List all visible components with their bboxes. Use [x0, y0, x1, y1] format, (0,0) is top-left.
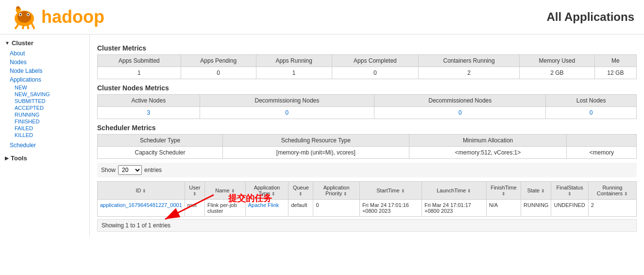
val-decommissioning-nodes: 0 [200, 107, 374, 119]
col-apps-completed: Apps Completed [332, 55, 419, 67]
sidebar-item-failed[interactable]: FAILED [15, 125, 85, 132]
sidebar-item-new-saving[interactable]: NEW_SAVING [15, 91, 85, 98]
col-active-nodes: Active Nodes [98, 95, 200, 107]
th-running-containers[interactable]: Running Containers ⇕ [588, 182, 636, 200]
cluster-metrics-title: Cluster Metrics [97, 44, 637, 52]
td-launch-time: Fri Mar 24 17:01:17 +0800 2023 [422, 200, 486, 217]
td-finish-time: N/A [486, 200, 521, 217]
val-lost-nodes: 0 [546, 107, 637, 119]
td-priority: 0 [313, 200, 359, 217]
col-apps-running: Apps Running [256, 55, 332, 67]
node-metrics-title: Cluster Nodes Metrics [97, 84, 637, 92]
logo: hadoop [10, 5, 104, 29]
td-final-status: UNDEFINED [551, 200, 588, 217]
sidebar-item-about[interactable]: About [5, 49, 85, 58]
applications-submenu: NEW NEW_SAVING SUBMITTED ACCEPTED RUNNIN… [5, 84, 85, 138]
cluster-section: ▼ Cluster About Nodes Node Labels Applic… [5, 39, 85, 150]
col-scheduler-type: Scheduler Type [98, 135, 223, 147]
sidebar-item-nodes[interactable]: Nodes [5, 58, 85, 67]
sidebar-item-scheduler[interactable]: Scheduler [5, 141, 85, 150]
sidebar-item-killed[interactable]: KILLED [15, 132, 85, 138]
col-me: Me [594, 55, 636, 67]
header: hadoop All Applications [0, 0, 644, 34]
val-active-nodes: 3 [98, 107, 200, 119]
sidebar-item-new[interactable]: NEW [15, 84, 85, 91]
val-containers-running: 2 [419, 67, 520, 79]
main-content: Cluster Metrics Apps Submitted Apps Pend… [90, 34, 644, 237]
tools-header[interactable]: ▶ Tools [5, 155, 85, 162]
sidebar-item-accepted[interactable]: ACCEPTED [15, 104, 85, 111]
td-queue: default [288, 200, 313, 217]
logo-text: hadoop [41, 7, 104, 27]
sidebar-item-node-labels[interactable]: Node Labels [5, 67, 85, 75]
launch-time-sort-icon: ⇕ [467, 189, 471, 193]
cluster-metrics-table: Apps Submitted Apps Pending Apps Running… [97, 54, 637, 79]
sidebar-item-submitted[interactable]: SUBMITTED [15, 98, 85, 104]
node-metrics-row: 3 0 0 0 [98, 107, 637, 119]
val-me: 12 GB [594, 67, 636, 79]
col-apps-pending: Apps Pending [181, 55, 256, 67]
val-apps-completed: 0 [332, 67, 419, 79]
cluster-triangle-icon: ▼ [5, 40, 10, 46]
th-finish-time[interactable]: FinishTime ⇕ [486, 182, 521, 200]
td-start-time: Fri Mar 24 17:01:16 +0800 2023 [359, 200, 422, 217]
cluster-section-header[interactable]: ▼ Cluster [5, 39, 85, 47]
val-extra-allocation: <memory [567, 147, 637, 159]
col-apps-submitted: Apps Submitted [98, 55, 181, 67]
decommissioning-nodes-link[interactable]: 0 [286, 109, 289, 116]
show-entries-bar: Show 10 20 50 100 entries [97, 163, 637, 177]
annotation-text: 提交的任务 [228, 192, 272, 204]
th-final-status[interactable]: FinalStatus ⇕ [551, 182, 588, 200]
active-nodes-link[interactable]: 3 [147, 109, 150, 116]
col-decommissioning-nodes: Decommissioning Nodes [200, 95, 374, 107]
sidebar-item-finished[interactable]: FINISHED [15, 118, 85, 125]
th-launch-time[interactable]: LaunchTime ⇕ [422, 182, 486, 200]
queue-sort-icon: ⇕ [299, 191, 303, 196]
hadoop-logo-icon [10, 5, 39, 29]
val-memory-used: 2 GB [519, 67, 594, 79]
node-metrics-table: Active Nodes Decommissioning Nodes Decom… [97, 94, 637, 119]
val-apps-pending: 0 [181, 67, 256, 79]
col-containers-running: Containers Running [419, 55, 520, 67]
final-status-sort-icon: ⇕ [568, 191, 572, 196]
val-apps-submitted: 1 [98, 67, 181, 79]
th-state[interactable]: State ⇕ [521, 182, 551, 200]
cluster-label: Cluster [12, 39, 34, 47]
val-scheduler-type: Capacity Scheduler [98, 147, 223, 159]
applications-container: ID ⇕ User ⇕ Name ⇕ Application Type ⇕ Qu… [97, 181, 637, 217]
sidebar-item-applications[interactable]: Applications [5, 75, 85, 84]
running-containers-sort-icon: ⇕ [624, 191, 628, 196]
col-extra [567, 135, 637, 147]
scheduler-metrics-table: Scheduler Type Scheduling Resource Type … [97, 134, 637, 159]
scheduler-metrics-title: Scheduler Metrics [97, 124, 637, 132]
scheduler-metrics-row: Capacity Scheduler [memory-mb (unit=Mi),… [98, 147, 637, 159]
th-priority[interactable]: Application Priority ⇕ [313, 182, 359, 200]
state-sort-icon: ⇕ [541, 189, 545, 193]
th-queue[interactable]: Queue ⇕ [288, 182, 313, 200]
val-minimum-allocation: <memory:512, vCores:1> [409, 147, 567, 159]
td-state: RUNNING [521, 200, 551, 217]
col-decommissioned-nodes: Decommissioned Nodes [374, 95, 546, 107]
decommissioned-nodes-link[interactable]: 0 [458, 109, 462, 116]
col-lost-nodes: Lost Nodes [546, 95, 637, 107]
priority-sort-icon: ⇕ [343, 191, 347, 196]
finish-time-sort-icon: ⇕ [502, 191, 506, 196]
app-type-sort-icon: ⇕ [271, 191, 275, 196]
layout: ▼ Cluster About Nodes Node Labels Applic… [0, 34, 644, 237]
sidebar: ▼ Cluster About Nodes Node Labels Applic… [0, 34, 90, 237]
tools-triangle-icon: ▶ [5, 155, 9, 161]
col-minimum-allocation: Minimum Allocation [409, 135, 567, 147]
entries-label: entries [144, 167, 162, 173]
sidebar-item-running[interactable]: RUNNING [15, 111, 85, 118]
th-start-time[interactable]: StartTime ⇕ [359, 182, 422, 200]
col-memory-used: Memory Used [519, 55, 594, 67]
col-scheduling-resource-type: Scheduling Resource Type [223, 135, 409, 147]
page-title: All Applications [547, 10, 634, 24]
td-running-containers: 2 [588, 200, 636, 217]
entries-select[interactable]: 10 20 50 100 [118, 165, 142, 175]
val-apps-running: 1 [256, 67, 332, 79]
lost-nodes-link[interactable]: 0 [590, 109, 593, 116]
tools-section: ▶ Tools [5, 155, 85, 162]
show-label: Show [101, 167, 116, 173]
cluster-metrics-row: 1 0 1 0 2 2 GB 12 GB [98, 67, 637, 79]
